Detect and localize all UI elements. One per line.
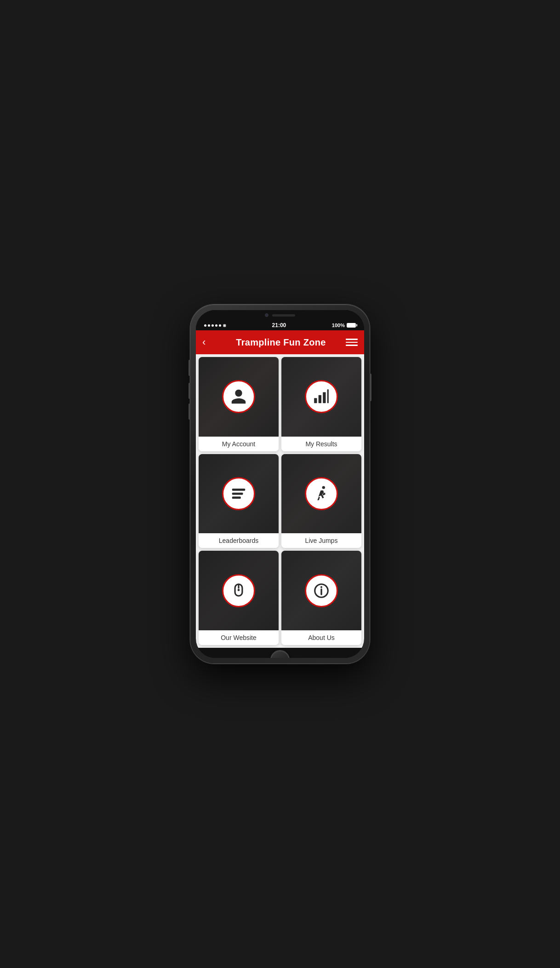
svg-point-13 [320,586,322,588]
signal-dot-2 [208,324,210,327]
card-about-us[interactable]: About Us [281,551,361,645]
card-image-live-jumps [281,454,361,534]
menu-line-2 [346,342,358,343]
home-button-area [196,648,364,658]
card-label-leaderboards: Leaderboards [199,533,279,548]
icon-circle-leaderboards [222,477,255,510]
card-label-about-us: About Us [281,630,361,645]
phone-frame: ⋇ 21:00 100% ‹ Trampline Fun Zone [190,305,370,663]
back-button[interactable]: ‹ [202,336,216,348]
card-my-account[interactable]: My Account [199,357,279,451]
phone-screen: ⋇ 21:00 100% ‹ Trampline Fun Zone [196,310,364,658]
app-title: Trampline Fun Zone [236,337,326,348]
front-camera [265,313,269,317]
card-image-my-account [199,357,279,437]
svg-rect-0 [314,398,317,403]
battery-icon [347,323,356,328]
speaker-bar [272,314,295,317]
svg-rect-3 [327,389,329,403]
card-live-jumps[interactable]: Live Jumps [281,454,361,548]
signal-dot-1 [204,324,206,327]
mouse-icon [230,582,247,599]
app-screen: ‹ Trampline Fun Zone [196,330,364,648]
menu-line-1 [346,339,358,340]
card-leaderboards[interactable]: Leaderboards [199,454,279,548]
icon-circle-our-website [222,574,255,607]
svg-point-7 [322,486,325,489]
status-bar: ⋇ 21:00 100% [196,320,364,330]
card-label-my-results: My Results [281,437,361,451]
icon-circle-my-results [305,380,338,413]
icon-circle-about-us [305,574,338,607]
signal-dot-3 [211,324,214,327]
battery-percent: 100% [332,323,345,328]
svg-rect-4 [232,489,246,491]
signal-area: ⋇ [204,323,226,328]
menu-grid: My Account My Re [196,354,364,648]
card-label-our-website: Our Website [199,630,279,645]
card-our-website[interactable]: Our Website [199,551,279,645]
signal-dot-4 [215,324,217,327]
card-image-about-us [281,551,361,630]
svg-point-10 [238,589,240,591]
wifi-icon: ⋇ [223,323,226,328]
card-label-live-jumps: Live Jumps [281,533,361,548]
svg-rect-6 [232,496,241,499]
menu-line-3 [346,345,358,346]
app-header: ‹ Trampline Fun Zone [196,330,364,354]
signal-dot-5 [219,324,221,327]
svg-rect-1 [319,395,321,403]
chart-icon [313,388,330,405]
person-icon [230,388,247,405]
svg-rect-5 [232,493,243,495]
svg-rect-2 [323,392,326,403]
icon-circle-my-account [222,380,255,413]
battery-area: 100% [332,323,356,328]
card-label-my-account: My Account [199,437,279,451]
list-icon [230,485,247,502]
battery-fill [347,323,355,327]
clock: 21:00 [272,322,286,328]
card-image-our-website [199,551,279,630]
info-icon [313,582,330,599]
icon-circle-live-jumps [305,477,338,510]
card-image-my-results [281,357,361,437]
runner-icon [313,485,330,502]
card-image-leaderboards [199,454,279,534]
phone-top-bar [196,310,364,320]
card-my-results[interactable]: My Results [281,357,361,451]
menu-button[interactable] [346,339,358,346]
home-button[interactable] [270,650,290,658]
